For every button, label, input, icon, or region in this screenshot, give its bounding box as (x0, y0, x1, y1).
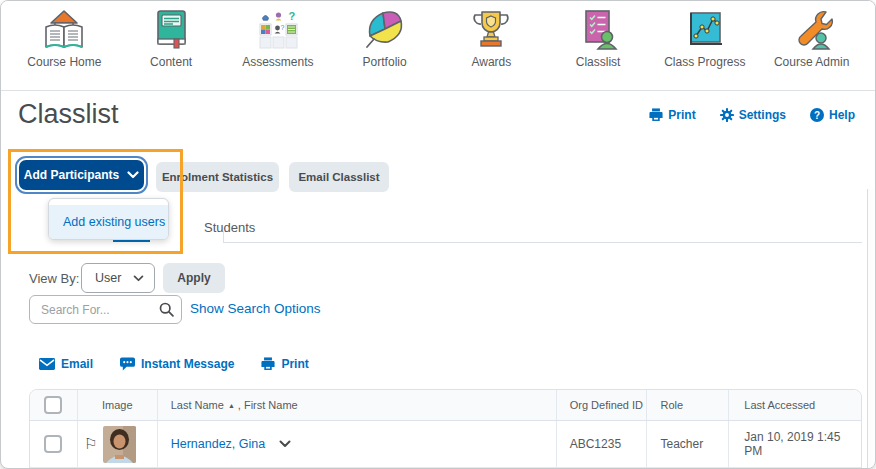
nav-item-course-home[interactable]: Course Home (11, 8, 118, 69)
nav-label: Class Progress (664, 55, 745, 69)
nav-item-class-progress[interactable]: Class Progress (652, 8, 759, 69)
email-action[interactable]: Email (39, 357, 93, 371)
assessments-icon: ? ? (254, 8, 302, 52)
help-link[interactable]: ? Help (810, 108, 855, 122)
column-header-image: Image (102, 399, 133, 411)
avatar[interactable] (103, 426, 136, 463)
email-classlist-button[interactable]: Email Classlist (289, 162, 389, 192)
flag-icon[interactable]: ⚐ (84, 435, 97, 453)
org-id-value: ABC1235 (570, 437, 621, 451)
svg-text:?: ? (280, 24, 284, 31)
search-field-wrap (29, 295, 182, 324)
table-header-row: Image Last Name ▲ , First Name Org Defin… (30, 390, 861, 421)
header-actions: Print Settings ? Help (649, 108, 855, 122)
add-participants-button[interactable]: Add Participants (17, 158, 146, 192)
apply-button[interactable]: Apply (163, 263, 225, 293)
row-checkbox[interactable] (44, 435, 62, 453)
enrolment-statistics-button[interactable]: Enrolment Statistics (156, 162, 279, 192)
table-row: ⚐ Hernandez, Gina (30, 421, 861, 468)
chevron-down-icon (127, 171, 139, 179)
nav-item-assessments[interactable]: ? ? Assessments (225, 8, 332, 69)
tab-bar-border (223, 242, 862, 243)
sort-ascending-icon: ▲ (228, 402, 235, 409)
user-context-menu-chevron[interactable] (279, 440, 291, 448)
course-admin-icon (788, 8, 836, 52)
print-icon (261, 357, 275, 371)
tab-students[interactable]: Students (204, 220, 255, 235)
envelope-icon (39, 358, 55, 370)
instant-message-action[interactable]: Instant Message (120, 357, 234, 371)
view-by-select[interactable]: User (81, 263, 155, 293)
portfolio-icon (361, 8, 409, 52)
page-title: Classlist (18, 99, 119, 130)
classlist-icon (574, 8, 622, 52)
nav-item-content[interactable]: Content (118, 8, 225, 69)
nav-label: Course Home (27, 55, 101, 69)
bulk-actions-bar: Email Instant Message Print (39, 357, 309, 371)
awards-icon (467, 8, 515, 52)
course-navbar: Course Home Content (1, 1, 875, 91)
column-header-org-id: Org Defined ID (570, 399, 643, 411)
column-header-role: Role (660, 399, 683, 411)
role-value: Teacher (660, 437, 703, 451)
print-link[interactable]: Print (649, 108, 695, 122)
last-accessed-value: Jan 10, 2019 1:45 PM (744, 430, 861, 458)
user-name-link[interactable]: Hernandez, Gina (171, 437, 266, 451)
nav-label: Awards (471, 55, 511, 69)
classlist-table: Image Last Name ▲ , First Name Org Defin… (29, 389, 862, 469)
course-home-icon (40, 8, 88, 52)
class-progress-icon (681, 8, 729, 52)
select-all-checkbox[interactable] (44, 396, 62, 414)
gear-icon (720, 108, 734, 122)
nav-label: Assessments (242, 55, 313, 69)
help-icon: ? (810, 108, 824, 122)
nav-item-awards[interactable]: Awards (438, 8, 545, 69)
settings-link[interactable]: Settings (720, 108, 786, 122)
view-by-label: View By: (29, 271, 79, 286)
column-header-last-accessed: Last Accessed (744, 399, 815, 411)
add-participants-menu: Add existing users (48, 198, 169, 240)
show-search-options-link[interactable]: Show Search Options (190, 301, 321, 316)
nav-item-portfolio[interactable]: Portfolio (331, 8, 438, 69)
nav-item-classlist[interactable]: Classlist (545, 8, 652, 69)
nav-label: Course Admin (774, 55, 849, 69)
content-icon (147, 8, 195, 52)
column-header-last-name[interactable]: Last Name (171, 399, 224, 411)
print-action[interactable]: Print (261, 357, 308, 371)
menu-item-add-existing-users[interactable]: Add existing users (49, 205, 168, 239)
nav-label: Content (150, 55, 192, 69)
nav-label: Classlist (576, 55, 621, 69)
nav-item-course-admin[interactable]: Course Admin (758, 8, 865, 69)
nav-label: Portfolio (363, 55, 407, 69)
row-image-cell: ⚐ (77, 421, 157, 467)
svg-text:?: ? (288, 10, 295, 22)
browser-viewport: Course Home Content (0, 0, 876, 469)
print-icon (649, 108, 663, 122)
scrollbar[interactable] (867, 189, 874, 469)
chat-bubble-icon (120, 357, 135, 371)
search-icon[interactable] (159, 302, 174, 317)
column-header-first-name: , First Name (238, 399, 298, 411)
chevron-down-icon (133, 275, 144, 282)
